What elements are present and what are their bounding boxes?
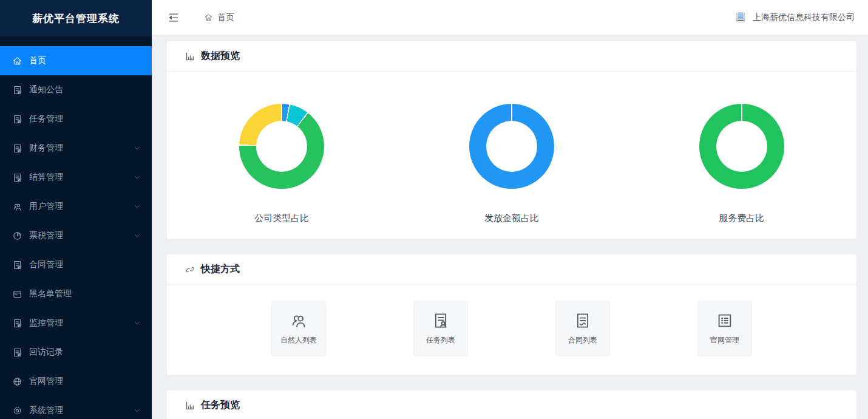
- donut-chart: 服务费占比: [626, 104, 856, 224]
- doc-icon: [12, 143, 22, 154]
- card-icon: [12, 289, 22, 299]
- list-square-icon: [716, 312, 734, 330]
- donut-ring: [469, 104, 554, 189]
- shortcuts-card: 快捷方式 自然人列表任务列表合同列表官网管理: [167, 254, 856, 375]
- app-title: 薪优平台管理系统: [0, 0, 152, 36]
- sidebar-item-label: 首页: [29, 55, 46, 66]
- content: 数据预览 公司类型占比发放金额占比服务费占比 快捷方式 自然人列表任务列表合同列…: [152, 35, 868, 419]
- data-preview-header: 数据预览: [167, 41, 856, 72]
- sidebar-item[interactable]: 任务管理: [0, 104, 152, 134]
- breadcrumb[interactable]: 首页: [204, 12, 234, 23]
- avatar-image-icon: [736, 12, 745, 22]
- chevron-down-icon: [134, 232, 141, 239]
- sidebar-item[interactable]: 财务管理: [0, 134, 152, 163]
- users-icon: [290, 312, 308, 330]
- sidebar-item-label: 系统管理: [29, 405, 63, 416]
- sidebar: 薪优平台管理系统 首页通知公告任务管理财务管理结算管理用户管理票税管理合同管理黑…: [0, 0, 152, 419]
- sidebar-item[interactable]: 票税管理: [0, 221, 152, 250]
- contract-icon: [574, 312, 592, 330]
- globe-icon: [12, 376, 22, 387]
- pie-icon: [12, 231, 22, 241]
- chevron-down-icon: [134, 407, 141, 414]
- chart-title: 公司类型占比: [254, 213, 309, 224]
- donut-ring: [239, 104, 324, 189]
- gear-icon: [12, 406, 22, 416]
- sidebar-item-label: 财务管理: [29, 143, 63, 154]
- bar-chart-icon: [185, 401, 195, 410]
- sidebar-item-label: 官网管理: [29, 376, 63, 387]
- doc-icon: [12, 318, 22, 329]
- shortcuts-header: 快捷方式: [167, 254, 856, 285]
- doc-icon: [12, 85, 22, 95]
- section-title: 数据预览: [201, 50, 240, 63]
- chevron-down-icon: [134, 319, 141, 327]
- chart-title: 服务费占比: [719, 213, 764, 224]
- sidebar-item[interactable]: 监控管理: [0, 308, 152, 338]
- topbar: 首页 上海薪优信息科技有限公司: [152, 0, 868, 35]
- home-icon: [12, 56, 22, 66]
- shortcut-card[interactable]: 任务列表: [413, 301, 468, 356]
- shortcut-card[interactable]: 自然人列表: [271, 301, 326, 356]
- doc-icon: [12, 347, 22, 358]
- sidebar-item-label: 用户管理: [29, 201, 63, 212]
- shortcut-label: 自然人列表: [280, 335, 317, 346]
- donut-chart: 发放金额占比: [397, 104, 627, 224]
- sidebar-item-label: 通知公告: [29, 84, 63, 95]
- users-icon: [12, 202, 22, 212]
- chart-title: 发放金额占比: [484, 213, 539, 224]
- shortcut-card[interactable]: 合同列表: [555, 301, 610, 356]
- sidebar-nav: 首页通知公告任务管理财务管理结算管理用户管理票税管理合同管理黑名单管理监控管理回…: [0, 36, 152, 419]
- sidebar-item[interactable]: 系统管理: [0, 396, 152, 419]
- section-title: 快捷方式: [201, 263, 240, 276]
- sidebar-item[interactable]: 通知公告: [0, 75, 152, 104]
- doc-person-icon: [432, 312, 450, 330]
- shortcut-label: 任务列表: [426, 335, 455, 346]
- donut-chart: 公司类型占比: [167, 104, 397, 224]
- bar-chart-icon: [185, 52, 195, 61]
- charts-row: 公司类型占比发放金额占比服务费占比: [167, 72, 856, 239]
- sidebar-item[interactable]: 首页: [0, 46, 152, 75]
- sidebar-item-label: 票税管理: [29, 230, 63, 241]
- sidebar-item[interactable]: 用户管理: [0, 192, 152, 221]
- sidebar-item[interactable]: 黑名单管理: [0, 279, 152, 308]
- sidebar-item[interactable]: 回访记录: [0, 338, 152, 367]
- menu-fold-icon[interactable]: [168, 12, 180, 24]
- sidebar-item[interactable]: 结算管理: [0, 163, 152, 192]
- company-name: 上海薪优信息科技有限公司: [753, 12, 855, 23]
- sidebar-item-label: 监控管理: [29, 318, 63, 329]
- chevron-down-icon: [134, 145, 141, 152]
- sidebar-item-label: 结算管理: [29, 172, 63, 183]
- main-area: 首页 上海薪优信息科技有限公司 数据预览 公司类型占比发放金额占比服务费占比 快…: [152, 0, 868, 419]
- task-preview-card: 任务预览: [167, 390, 856, 419]
- sidebar-item[interactable]: 官网管理: [0, 367, 152, 396]
- sidebar-item-label: 合同管理: [29, 259, 63, 270]
- user-menu[interactable]: 上海薪优信息科技有限公司: [736, 12, 855, 23]
- home-icon: [204, 13, 213, 22]
- sidebar-item-label: 任务管理: [29, 114, 63, 124]
- chevron-down-icon: [134, 203, 141, 210]
- doc-icon: [12, 114, 22, 124]
- sidebar-item-label: 黑名单管理: [29, 288, 72, 299]
- task-preview-header: 任务预览: [167, 390, 856, 419]
- chevron-down-icon: [134, 174, 141, 181]
- doc-icon: [12, 260, 22, 270]
- sidebar-item-label: 回访记录: [29, 347, 63, 358]
- data-preview-card: 数据预览 公司类型占比发放金额占比服务费占比: [167, 41, 856, 239]
- link-icon: [185, 265, 195, 274]
- shortcut-label: 官网管理: [710, 335, 739, 346]
- doc-icon: [12, 172, 22, 183]
- shortcut-label: 合同列表: [568, 335, 597, 346]
- section-title: 任务预览: [201, 399, 240, 412]
- donut-ring: [699, 104, 784, 189]
- shortcut-card[interactable]: 官网管理: [697, 301, 752, 356]
- shortcuts-row: 自然人列表任务列表合同列表官网管理: [167, 285, 856, 375]
- breadcrumb-label: 首页: [217, 12, 234, 23]
- sidebar-item[interactable]: 合同管理: [0, 250, 152, 279]
